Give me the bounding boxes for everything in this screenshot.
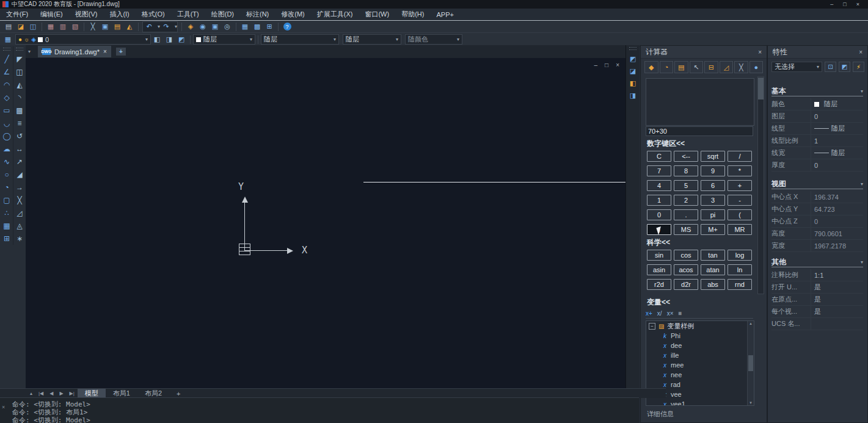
- layer-manager-icon[interactable]: ▦: [2, 35, 14, 45]
- explode-tool[interactable]: ∗: [14, 232, 25, 245]
- line-tool[interactable]: ╱: [1, 52, 12, 65]
- prop-row-thickness[interactable]: 厚度 0: [771, 159, 863, 172]
- menu-item-insert[interactable]: 插入(I): [103, 10, 135, 19]
- layer-previous-icon[interactable]: ◨: [163, 35, 175, 45]
- clear-icon[interactable]: ◆: [644, 61, 658, 73]
- prop-row-center-y[interactable]: 中心点 Y 64.723: [771, 203, 863, 215]
- tab-layout2[interactable]: 布局2: [137, 389, 169, 398]
- tab-layout1[interactable]: 布局1: [106, 389, 137, 398]
- calc-key-plus[interactable]: +: [728, 180, 752, 191]
- scroll-down-icon[interactable]: ▾: [749, 400, 752, 405]
- prop-row-color[interactable]: 颜色 随层: [771, 98, 863, 110]
- calc-key-tan[interactable]: tan: [701, 250, 725, 261]
- get-coordinates-icon[interactable]: ↖: [690, 61, 704, 73]
- calc-key-sqrt[interactable]: sqrt: [701, 151, 725, 162]
- publish-icon[interactable]: ▧: [69, 22, 81, 32]
- calc-key-0[interactable]: 0: [647, 209, 671, 220]
- mdi-minimize-icon[interactable]: –: [594, 62, 598, 68]
- calc-key-minus[interactable]: -: [728, 195, 752, 206]
- calc-key-8[interactable]: 8: [674, 165, 698, 176]
- zoom-window-icon[interactable]: ▣: [209, 22, 221, 32]
- prop-row-width[interactable]: 宽度 1967.2178: [771, 240, 863, 252]
- array-tool[interactable]: ▩: [14, 104, 25, 117]
- toolbar-grip[interactable]: [3, 48, 10, 51]
- polyline-tool[interactable]: ∠: [1, 65, 12, 78]
- calc-key-multiply[interactable]: *: [728, 165, 752, 176]
- calc-key-r2d[interactable]: r2d: [647, 279, 671, 290]
- plot-icon[interactable]: ▦: [45, 22, 57, 32]
- linetype-dropdown[interactable]: 随层 ▾: [261, 34, 339, 45]
- new-file-icon[interactable]: ▤: [2, 22, 15, 32]
- copy-object-tool[interactable]: ◫: [14, 65, 25, 78]
- send-below-icon[interactable]: ◨: [627, 89, 638, 101]
- match-properties-icon[interactable]: ◭: [123, 22, 136, 32]
- ellipse-tool[interactable]: ○: [1, 168, 12, 181]
- prop-row-ucs-at-origin[interactable]: 在原点... 是: [771, 294, 863, 306]
- minimize-icon[interactable]: –: [830, 1, 833, 7]
- fillet-tool[interactable]: ◝: [14, 91, 25, 104]
- calc-key-cos[interactable]: cos: [674, 250, 698, 261]
- calc-key-clear[interactable]: C: [647, 151, 671, 162]
- menu-item-window[interactable]: 窗口(W): [359, 10, 395, 19]
- document-tab-drawing1[interactable]: DWG Drawing1.dwg* ×: [38, 46, 111, 57]
- layer-dropdown[interactable]: ● ☼ ◈ 0 ▾: [15, 34, 151, 45]
- calculator-input[interactable]: [646, 126, 753, 136]
- layer-properties-icon[interactable]: ▦: [239, 22, 251, 32]
- make-object-layer-current-icon[interactable]: ◧: [151, 35, 163, 45]
- calc-key-4[interactable]: 4: [647, 180, 671, 191]
- plotstyle-dropdown[interactable]: 随颜色 ▾: [405, 34, 462, 45]
- calc-key-paren-close[interactable]: ): [647, 224, 671, 235]
- section-view[interactable]: 视图 ▾: [771, 179, 863, 189]
- calc-key-6[interactable]: 6: [701, 180, 725, 191]
- undo-icon[interactable]: ↶: [143, 22, 155, 32]
- calc-key-abs[interactable]: abs: [701, 279, 725, 290]
- menu-item-format[interactable]: 格式(O): [136, 10, 171, 19]
- lineweight-dropdown[interactable]: 随层 ▾: [343, 34, 401, 45]
- calc-key-3[interactable]: 3: [701, 195, 725, 206]
- science-section-label[interactable]: 科学<<: [647, 237, 670, 248]
- calc-key-memory-store[interactable]: MS: [674, 224, 698, 235]
- bring-to-front-icon[interactable]: ◩: [627, 52, 638, 65]
- calc-key-divide[interactable]: /: [728, 151, 752, 162]
- color-dropdown[interactable]: 随层 ▾: [193, 34, 255, 45]
- stretch-tool[interactable]: ↗: [14, 155, 25, 168]
- rectangle-tool[interactable]: ▭: [1, 104, 12, 117]
- trim-tool[interactable]: ◢: [14, 168, 25, 181]
- close-icon[interactable]: ×: [856, 1, 859, 7]
- close-document-icon[interactable]: ×: [103, 48, 107, 55]
- collapse-icon[interactable]: −: [649, 323, 655, 330]
- add-layout-tab[interactable]: +: [169, 389, 188, 398]
- properties-close-icon[interactable]: ×: [859, 49, 863, 56]
- menu-item-modify[interactable]: 修改(M): [275, 10, 311, 19]
- menu-item-edit[interactable]: 编辑(E): [34, 10, 69, 19]
- bring-above-icon[interactable]: ◧: [627, 77, 638, 89]
- calculator-footer[interactable]: 详细信息: [647, 410, 674, 419]
- first-tab-icon[interactable]: |◀: [35, 391, 46, 396]
- paste-icon[interactable]: ▤: [111, 22, 123, 32]
- variable-item-phi[interactable]: k Phi: [646, 331, 754, 341]
- calc-key-dot[interactable]: .: [674, 209, 698, 220]
- calc-key-rnd[interactable]: rnd: [728, 279, 752, 290]
- copy-icon[interactable]: ▣: [99, 22, 111, 32]
- wipeout-tool[interactable]: ▢: [1, 193, 12, 206]
- delete-variable-icon[interactable]: x×: [667, 310, 674, 317]
- layer-translate-icon[interactable]: ◩: [175, 35, 188, 45]
- prop-row-ucs-icon-on[interactable]: 打开 U... 是: [771, 281, 863, 294]
- tab-model[interactable]: 模型: [78, 389, 106, 398]
- drawing-canvas[interactable]: – □ × Y X: [26, 58, 625, 388]
- mdi-close-icon[interactable]: ×: [616, 62, 619, 68]
- redo-dropdown-icon[interactable]: ▾: [172, 24, 177, 29]
- menu-item-dimension[interactable]: 标注(N): [240, 10, 275, 19]
- angle-icon[interactable]: ◿: [720, 61, 734, 73]
- calculator-close-icon[interactable]: ×: [758, 49, 762, 56]
- section-basic[interactable]: 基本 ▾: [771, 86, 863, 96]
- menu-item-help[interactable]: 帮助(H): [395, 10, 430, 19]
- calc-key-backspace[interactable]: <--: [674, 151, 698, 162]
- arc-3-point-tool[interactable]: ◡: [1, 117, 12, 129]
- calc-key-acos[interactable]: acos: [674, 264, 698, 275]
- viewports-icon[interactable]: ⊞: [263, 22, 275, 32]
- ellipse-arc-tool[interactable]: ◔: [1, 181, 12, 193]
- expand-tabs-icon[interactable]: ▴: [27, 391, 35, 396]
- arc-tool[interactable]: ◠: [1, 78, 12, 91]
- calc-help-icon[interactable]: ●: [749, 61, 764, 73]
